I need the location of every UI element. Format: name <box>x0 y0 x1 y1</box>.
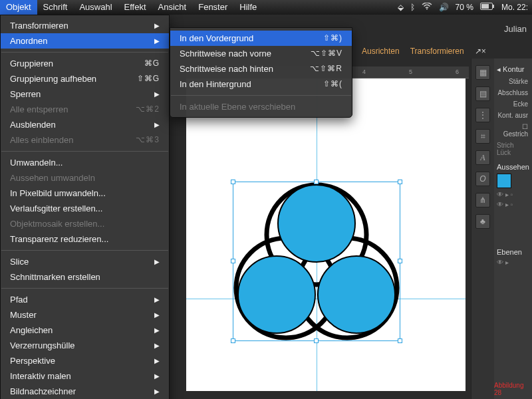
menu-item[interactable]: Umwandeln... <box>1 155 169 170</box>
menu-item[interactable]: In den Hintergrund⇧⌘( <box>170 76 352 92</box>
swatches-icon[interactable]: ▤ <box>475 86 490 101</box>
handle-sw[interactable] <box>231 338 235 343</box>
dropbox-icon: ⬙ <box>398 3 404 12</box>
handle-nw[interactable] <box>231 180 235 184</box>
submenu-arrow-icon: ▶ <box>154 324 160 336</box>
submenu-arrow-icon: ▶ <box>154 309 160 321</box>
objekt-menu[interactable]: Transformieren▶Anordnen▶Gruppieren⌘GGrup… <box>0 15 170 399</box>
menubar-item-hilfe[interactable]: Hilfe <box>233 0 263 15</box>
menu-item[interactable]: Perspektive▶ <box>1 353 169 368</box>
menu-shortcut: ⇧⌘) <box>323 32 342 45</box>
menu-item-label: Gruppieren <box>10 57 144 70</box>
menubar-item-effekt[interactable]: Effekt <box>118 0 152 15</box>
menu-item: In aktuelle Ebene verschieben <box>170 99 352 114</box>
menubar-item-schrift[interactable]: Schrift <box>37 0 74 15</box>
menu-item[interactable]: Schnittmarken erstellen <box>1 269 169 285</box>
club-icon[interactable]: ♣ <box>475 214 490 229</box>
panel-close-icon[interactable]: ↗× <box>472 45 489 57</box>
anordnen-submenu[interactable]: In den Vordergrund⇧⌘)Schrittweise nach v… <box>170 27 352 118</box>
menu-item[interactable]: Angleichen▶ <box>1 323 169 338</box>
menu-item[interactable]: In den Vordergrund⇧⌘) <box>170 31 352 46</box>
menubar-item-auswahl[interactable]: Auswahl <box>73 0 118 15</box>
menu-item-label: Verzerrungshülle <box>10 339 154 352</box>
type-icon[interactable]: A <box>475 150 490 165</box>
menu-item: Aussehen umwandeln <box>1 170 169 186</box>
menu-item[interactable]: Verzerrungshülle▶ <box>1 338 169 353</box>
menu-item[interactable]: Gruppieren⌘G <box>1 56 169 71</box>
handle-se[interactable] <box>398 338 402 343</box>
fill-swatch[interactable] <box>497 174 511 188</box>
volume-icon: 🔊 <box>439 3 449 12</box>
handle-n[interactable] <box>314 180 319 184</box>
handle-w[interactable] <box>231 259 235 263</box>
menubar-item-objekt[interactable]: Objekt <box>0 0 37 15</box>
stroke-icon[interactable]: ⋔ <box>475 193 490 207</box>
menubar-item-fenster[interactable]: Fenster <box>192 0 233 15</box>
menu-item-label: Schrittweise nach vorne <box>180 47 311 60</box>
clock: Mo. 22: <box>501 3 528 12</box>
menu-item[interactable]: Schrittweise nach hinten⌥⇧⌘R <box>170 61 352 76</box>
aussehen-header[interactable]: Aussehen <box>497 163 529 171</box>
layer-row[interactable]: 👁 ▸ <box>497 259 529 266</box>
strich-label: Strich <box>497 142 514 149</box>
menu-item[interactable]: Interaktiv malen▶ <box>1 368 169 384</box>
menu-item[interactable]: Gruppierung aufheben⇧⌘G <box>1 71 169 86</box>
menu-item[interactable]: Bildnachzeichner▶ <box>1 384 169 399</box>
menu-separator <box>1 288 168 289</box>
ebenen-header[interactable]: Ebenen <box>497 248 529 256</box>
menu-item[interactable]: Transformieren▶ <box>1 18 169 33</box>
menu-item: Objektmosaik erstellen... <box>1 216 169 231</box>
panel-ausrichten[interactable]: Ausrichten <box>359 45 402 57</box>
canvas[interactable] <box>186 78 466 391</box>
menu-item-label: Interaktiv malen <box>10 370 154 382</box>
submenu-arrow-icon: ▶ <box>154 19 160 32</box>
menu-item-label: Bildnachzeichner <box>10 385 154 398</box>
submenu-arrow-icon: ▶ <box>154 118 160 131</box>
menu-shortcut: ⌥⇧⌘R <box>310 63 342 75</box>
menu-item-label: Umwandeln... <box>10 156 160 169</box>
menu-separator <box>1 52 168 53</box>
menu-item-label: Perspektive <box>10 354 154 367</box>
svg-rect-3 <box>493 5 494 8</box>
menu-item[interactable]: Anordnen▶ <box>1 33 169 49</box>
abbildung-label: Abbildung 28 <box>494 382 529 396</box>
menubar-item-ansicht[interactable]: Ansicht <box>152 0 193 15</box>
menu-item-label: Alles einblenden <box>10 134 136 146</box>
wifi-icon <box>422 3 432 12</box>
menu-item-label: Objektmosaik erstellen... <box>10 217 160 230</box>
gestrich-label[interactable]: ☐ Gestrich <box>497 123 529 138</box>
brushes-icon[interactable]: ⋮ <box>475 108 490 122</box>
menu-item-label: Ausblenden <box>10 118 154 131</box>
menu-item: Alle entsperren⌥⌘2 <box>1 102 169 117</box>
menu-item[interactable]: Sperren▶ <box>1 86 169 102</box>
menu-item[interactable]: Muster▶ <box>1 307 169 323</box>
kontur-header[interactable]: ◂ Kontur <box>497 65 529 74</box>
menu-item[interactable]: Pfad▶ <box>1 292 169 307</box>
menu-item[interactable]: Ausblenden▶ <box>1 117 169 132</box>
menu-shortcut: ⌥⌘3 <box>136 134 160 146</box>
handle-s[interactable] <box>314 338 319 343</box>
panel-transformieren[interactable]: Transformieren <box>408 45 467 57</box>
menu-item-label: Muster <box>10 309 154 321</box>
menu-item[interactable]: Slice▶ <box>1 254 169 269</box>
menu-item[interactable]: Transparenz reduzieren... <box>1 231 169 247</box>
grid-icon[interactable]: ▦ <box>475 65 490 80</box>
submenu-arrow-icon: ▶ <box>154 35 160 47</box>
submenu-arrow-icon: ▶ <box>154 88 160 100</box>
opacity-icon[interactable]: O <box>475 172 490 186</box>
abschluss-label: Abschluss <box>497 89 529 96</box>
selection-box[interactable] <box>233 182 400 341</box>
menu-item-label: Transparenz reduzieren... <box>10 233 160 245</box>
menu-separator <box>1 250 168 251</box>
ecken-label: Ecke <box>497 100 529 108</box>
menu-item[interactable]: In Pixelbild umwandeln... <box>1 186 169 201</box>
symbols-icon[interactable]: ⌗ <box>475 129 490 144</box>
handle-ne[interactable] <box>398 180 402 184</box>
document-tab[interactable]: Julian <box>499 20 532 38</box>
menu-item-label: Verlaufsgitter erstellen... <box>10 202 160 215</box>
handle-e[interactable] <box>398 259 402 263</box>
appearance-row[interactable]: 👁 ▸ ▫ <box>497 191 529 198</box>
menu-item[interactable]: Schrittweise nach vorne⌥⇧⌘V <box>170 46 352 61</box>
appearance-row2[interactable]: 👁 ▸ ▫ <box>497 201 529 208</box>
menu-item[interactable]: Verlaufsgitter erstellen... <box>1 201 169 216</box>
